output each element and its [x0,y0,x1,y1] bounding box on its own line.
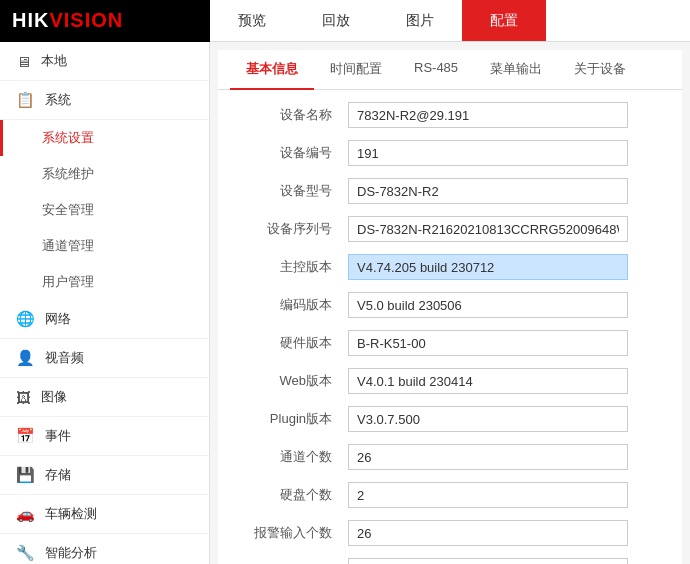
form-input-encode-version[interactable] [348,292,628,318]
vehicle-detection-icon: 🚗 [16,505,35,523]
sidebar-category-event[interactable]: 📅事件 [0,417,209,456]
form-input-plugin-version[interactable] [348,406,628,432]
local-icon: 🖥 [16,53,31,70]
form-input-device-number[interactable] [348,140,628,166]
form-label-device-name: 设备名称 [238,106,348,124]
form-row-device-name: 设备名称 [238,100,662,130]
sidebar-category-label: 存储 [45,466,71,484]
form-row-device-model: 设备型号 [238,176,662,206]
form-input-channel-count[interactable] [348,444,628,470]
sidebar-category-label: 系统 [45,91,71,109]
sidebar-category-label: 视音频 [45,349,84,367]
tab-rs485[interactable]: RS-485 [398,50,474,90]
nav-item-preview[interactable]: 预览 [210,0,294,41]
tab-about-device[interactable]: 关于设备 [558,50,642,90]
form-label-hardware-version: 硬件版本 [238,334,348,352]
form-input-device-model[interactable] [348,178,628,204]
sidebar-category-network[interactable]: 🌐网络 [0,300,209,339]
sidebar-category-storage[interactable]: 💾存储 [0,456,209,495]
basic-info-form: 设备名称设备编号设备型号设备序列号主控版本编码版本硬件版本Web版本Plugin… [218,90,682,564]
form-row-channel-count: 通道个数 [238,442,662,472]
form-label-device-serial: 设备序列号 [238,220,348,238]
form-label-encode-version: 编码版本 [238,296,348,314]
logo-area: HIKVISION [0,0,210,42]
form-row-main-control: 主控版本 [238,252,662,282]
form-label-disk-count: 硬盘个数 [238,486,348,504]
form-input-web-version[interactable] [348,368,628,394]
sidebar-category-label: 智能分析 [45,544,97,562]
form-input-alarm-output-count[interactable] [348,558,628,564]
form-input-main-control[interactable] [348,254,628,280]
form-label-channel-count: 通道个数 [238,448,348,466]
tab-menu-output[interactable]: 菜单输出 [474,50,558,90]
form-label-main-control: 主控版本 [238,258,348,276]
form-input-hardware-version[interactable] [348,330,628,356]
sidebar-category-local[interactable]: 🖥本地 [0,42,209,81]
form-label-device-model: 设备型号 [238,182,348,200]
sidebar-category-vehicle-detection[interactable]: 🚗车辆检测 [0,495,209,534]
nav-item-picture[interactable]: 图片 [378,0,462,41]
form-label-web-version: Web版本 [238,372,348,390]
sidebar-category-label: 网络 [45,310,71,328]
top-navigation: 预览回放图片配置 [210,0,690,41]
sidebar: 🖥本地📋系统系统设置系统维护安全管理通道管理用户管理🌐网络👤视音频🖼图像📅事件💾… [0,42,210,564]
form-input-device-name[interactable] [348,102,628,128]
form-row-disk-count: 硬盘个数 [238,480,662,510]
tab-time-config[interactable]: 时间配置 [314,50,398,90]
sidebar-item-system-settings[interactable]: 系统设置 [0,120,209,156]
smart-analysis-icon: 🔧 [16,544,35,562]
sidebar-item-system-maintenance[interactable]: 系统维护 [0,156,209,192]
form-input-device-serial[interactable] [348,216,628,242]
content-area: 基本信息时间配置RS-485菜单输出关于设备 设备名称设备编号设备型号设备序列号… [210,42,690,564]
sidebar-category-video-audio[interactable]: 👤视音频 [0,339,209,378]
storage-icon: 💾 [16,466,35,484]
form-row-web-version: Web版本 [238,366,662,396]
form-row-alarm-input-count: 报警输入个数 [238,518,662,548]
form-input-disk-count[interactable] [348,482,628,508]
sidebar-category-system[interactable]: 📋系统 [0,81,209,120]
sidebar-category-label: 事件 [45,427,71,445]
form-label-device-number: 设备编号 [238,144,348,162]
form-row-hardware-version: 硬件版本 [238,328,662,358]
form-row-device-serial: 设备序列号 [238,214,662,244]
form-label-alarm-input-count: 报警输入个数 [238,524,348,542]
network-icon: 🌐 [16,310,35,328]
sidebar-item-security-management[interactable]: 安全管理 [0,192,209,228]
content-panel: 基本信息时间配置RS-485菜单输出关于设备 设备名称设备编号设备型号设备序列号… [218,50,682,564]
form-row-device-number: 设备编号 [238,138,662,168]
sidebar-sub-system: 系统设置系统维护安全管理通道管理用户管理 [0,120,209,300]
sidebar-category-label: 车辆检测 [45,505,97,523]
event-icon: 📅 [16,427,35,445]
tab-bar: 基本信息时间配置RS-485菜单输出关于设备 [218,50,682,90]
sidebar-category-label: 本地 [41,52,67,70]
tab-basic-info[interactable]: 基本信息 [230,50,314,90]
form-row-alarm-output-count: 报警输出个数 [238,556,662,564]
sidebar-category-image[interactable]: 🖼图像 [0,378,209,417]
form-label-plugin-version: Plugin版本 [238,410,348,428]
form-row-encode-version: 编码版本 [238,290,662,320]
sidebar-item-channel-management[interactable]: 通道管理 [0,228,209,264]
nav-item-config[interactable]: 配置 [462,0,546,41]
video-audio-icon: 👤 [16,349,35,367]
sidebar-item-user-management[interactable]: 用户管理 [0,264,209,300]
sidebar-category-label: 图像 [41,388,67,406]
form-row-plugin-version: Plugin版本 [238,404,662,434]
sidebar-category-smart-analysis[interactable]: 🔧智能分析 [0,534,209,564]
system-icon: 📋 [16,91,35,109]
image-icon: 🖼 [16,389,31,406]
nav-item-playback[interactable]: 回放 [294,0,378,41]
brand-logo: HIKVISION [12,9,123,32]
form-input-alarm-input-count[interactable] [348,520,628,546]
